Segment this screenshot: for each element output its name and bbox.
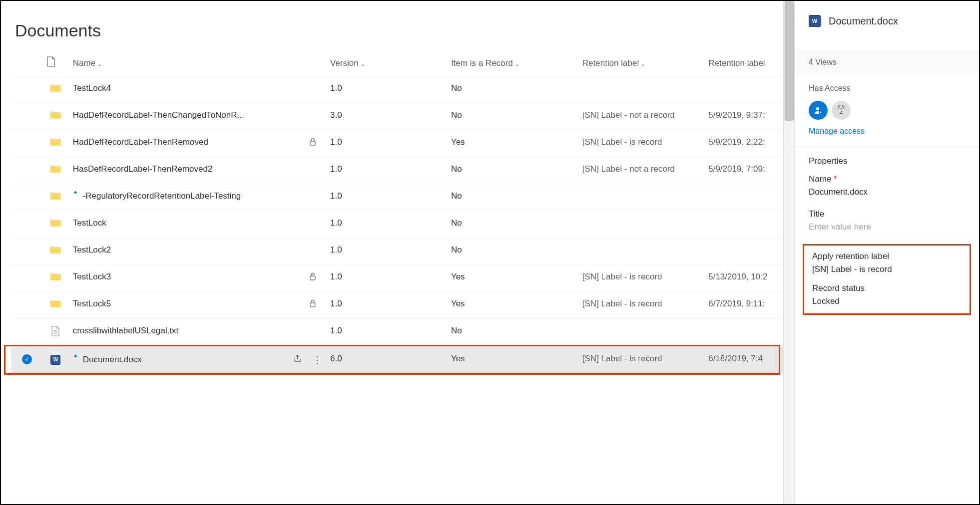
word-icon: W: [809, 15, 821, 27]
cell-version: 1.0: [326, 319, 447, 347]
chevron-down-icon: ⌄: [361, 61, 365, 67]
new-indicator-icon: ✦: [73, 353, 78, 360]
new-indicator-icon: ✦: [73, 189, 78, 196]
folder-icon: [50, 220, 61, 229]
document-type-icon: [46, 56, 55, 67]
prop-name-label: Name *: [809, 174, 965, 184]
cell-is-record: Yes: [447, 292, 578, 319]
cell-is-record: No: [447, 157, 578, 184]
column-select[interactable]: [11, 50, 42, 76]
record-status-label: Record status: [812, 283, 962, 293]
column-type[interactable]: [42, 50, 69, 76]
row-selected-check-icon[interactable]: ✓: [22, 354, 32, 364]
folder-icon: [50, 139, 61, 148]
cell-retention-date: 5/9/2019, 7:09:: [704, 157, 783, 184]
access-count-badge[interactable]: 4: [832, 101, 851, 120]
chevron-down-icon: ⌄: [515, 61, 519, 67]
table-row[interactable]: crosslibwithlabelUSLegal.txt1.0No: [11, 319, 783, 347]
cell-is-record: No: [447, 238, 578, 265]
cell-retention-date: [704, 184, 783, 211]
column-name[interactable]: Name⌄: [69, 50, 326, 76]
folder-icon: [50, 166, 61, 175]
item-name[interactable]: TestLock: [73, 218, 106, 228]
scrollbar-thumb[interactable]: [785, 1, 794, 121]
table-row[interactable]: TestLock21.0No: [11, 238, 783, 265]
item-name[interactable]: HadDefRecordLabel-ThenChangedToNonR...: [73, 110, 244, 120]
prop-name-value[interactable]: Document.docx: [809, 187, 965, 197]
folder-icon: [50, 247, 61, 256]
cell-retention-label: [SN] Label - is record: [578, 130, 704, 157]
folder-icon: [50, 300, 61, 310]
table-row[interactable]: HasDefRecordLabel-ThenRemoved21.0No[SN] …: [11, 157, 783, 184]
cell-is-record: No: [447, 319, 578, 347]
has-access-label: Has Access: [809, 84, 965, 93]
more-actions-icon[interactable]: ⋮: [312, 354, 322, 366]
lock-icon: [309, 138, 316, 147]
item-name[interactable]: ✦-RegulatoryRecordRetentionLabel-Testing: [73, 191, 241, 201]
cell-retention-date: 6/18/2019, 7:4: [704, 347, 783, 373]
cell-retention-label: [SN] Label - is record: [578, 292, 704, 319]
cell-retention-date: 6/7/2019, 9:11:: [704, 292, 783, 319]
cell-version: 1.0: [326, 211, 447, 238]
cell-version: 1.0: [326, 157, 447, 184]
table-row[interactable]: ✓W✦Document.docx⋮6.0Yes[SN] Label - is r…: [11, 347, 783, 373]
item-name[interactable]: ✦Document.docx: [73, 355, 142, 365]
vertical-scrollbar[interactable]: [783, 1, 794, 504]
table-row[interactable]: TestLock31.0Yes[SN] Label - is record5/1…: [11, 265, 783, 292]
cell-retention-label: [578, 211, 704, 238]
table-row[interactable]: TestLock41.0No: [11, 76, 783, 103]
table-row[interactable]: HadDefRecordLabel-ThenRemoved1.0Yes[SN] …: [11, 130, 783, 157]
apply-retention-label: Apply retention label: [812, 252, 962, 261]
cell-version: 1.0: [326, 265, 447, 292]
cell-retention-label: [578, 76, 704, 103]
table-header-row: Name⌄ Version⌄ Item is a Record⌄ Retenti…: [11, 50, 783, 76]
cell-is-record: Yes: [447, 347, 578, 373]
word-icon: W: [50, 354, 60, 363]
details-panel: W Document.docx 4 Views Has Access 4 Man…: [794, 1, 979, 504]
folder-icon: [50, 112, 61, 121]
add-person-icon[interactable]: [809, 101, 828, 120]
column-retention-applied[interactable]: Retention label: [704, 50, 783, 76]
item-name[interactable]: TestLock2: [73, 245, 111, 255]
cell-is-record: No: [447, 76, 578, 103]
share-icon[interactable]: [293, 354, 302, 366]
cell-version: 3.0: [326, 103, 447, 130]
cell-version: 1.0: [326, 76, 447, 103]
item-name[interactable]: crosslibwithlabelUSLegal.txt: [73, 326, 179, 336]
table-row[interactable]: HadDefRecordLabel-ThenChangedToNonR...3.…: [11, 103, 783, 130]
cell-version: 1.0: [326, 130, 447, 157]
column-is-record[interactable]: Item is a Record⌄: [447, 50, 578, 76]
svg-rect-2: [310, 303, 315, 307]
item-name[interactable]: HadDefRecordLabel-ThenRemoved: [73, 137, 208, 147]
column-retention-label[interactable]: Retention label⌄: [578, 50, 704, 76]
apply-retention-value[interactable]: [SN] Label - is record: [812, 264, 962, 274]
manage-access-link[interactable]: Manage access: [809, 127, 865, 135]
cell-retention-date: 5/9/2019, 2:22:: [704, 130, 783, 157]
cell-retention-label: [578, 238, 704, 265]
cell-retention-date: [704, 319, 783, 347]
cell-retention-label: [SN] Label - is record: [578, 265, 704, 292]
item-name[interactable]: TestLock4: [73, 83, 111, 93]
properties-heading: Properties: [809, 156, 965, 166]
item-name[interactable]: TestLock5: [73, 299, 111, 309]
cell-retention-label: [SN] Label - not a record: [578, 157, 704, 184]
highlighted-properties: Apply retention label [SN] Label - is re…: [803, 244, 971, 315]
cell-retention-label: [SN] Label - not a record: [578, 103, 704, 130]
cell-retention-label: [578, 184, 704, 211]
cell-version: 6.0: [326, 347, 447, 373]
table-row[interactable]: TestLock51.0Yes[SN] Label - is record6/7…: [11, 292, 783, 319]
cell-retention-label: [578, 319, 704, 347]
chevron-down-icon: ⌄: [97, 61, 102, 67]
svg-rect-0: [310, 141, 315, 145]
item-name[interactable]: TestLock3: [73, 272, 111, 282]
svg-point-3: [816, 107, 819, 110]
table-row[interactable]: ✦-RegulatoryRecordRetentionLabel-Testing…: [11, 184, 783, 211]
cell-retention-date: 5/9/2019, 9:37:: [704, 103, 783, 130]
item-name[interactable]: HasDefRecordLabel-ThenRemoved2: [73, 164, 213, 174]
column-version[interactable]: Version⌄: [326, 50, 447, 76]
table-row[interactable]: TestLock1.0No: [11, 211, 783, 238]
cell-retention-date: [704, 211, 783, 238]
folder-icon: [50, 193, 61, 202]
prop-title-input[interactable]: Enter value here: [809, 222, 965, 232]
record-status-value[interactable]: Locked: [812, 296, 962, 306]
